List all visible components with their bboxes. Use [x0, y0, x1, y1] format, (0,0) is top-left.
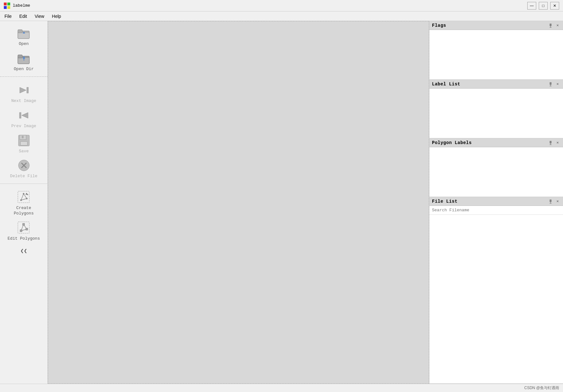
- svg-rect-39: [550, 82, 552, 85]
- file-list-panel: File List ✕: [429, 197, 563, 384]
- file-list-panel-body: [429, 206, 563, 383]
- file-list-panel-title: File List: [432, 199, 457, 204]
- create-polygons-icon: [16, 190, 32, 205]
- title-bar-controls: — □ ✕: [527, 2, 559, 10]
- file-list-panel-header: File List ✕: [429, 197, 563, 206]
- svg-rect-3: [7, 6, 10, 9]
- pin-icon: [548, 141, 553, 145]
- prev-image-label: Prev Image: [11, 124, 36, 129]
- file-list-pin-button[interactable]: [548, 199, 553, 204]
- open-icon: [16, 25, 32, 41]
- pin-icon: [548, 82, 553, 86]
- label-list-panel-body: [429, 89, 563, 138]
- open-dir-button[interactable]: Open Dir: [5, 49, 43, 74]
- svg-rect-33: [20, 230, 22, 232]
- toolbar-section-draw: Create Polygons Edit Polygons: [0, 185, 48, 243]
- open-dir-icon: [16, 51, 32, 66]
- svg-rect-36: [550, 24, 552, 26]
- svg-rect-16: [19, 113, 21, 118]
- prev-image-button[interactable]: Prev Image: [5, 106, 43, 131]
- status-bar: CSDN @鱼与钉遇雨: [0, 384, 563, 392]
- next-image-icon: [16, 83, 32, 98]
- main-layout: Open Open Dir: [0, 21, 563, 384]
- menu-file[interactable]: File: [1, 12, 15, 20]
- flags-pin-button[interactable]: [548, 23, 553, 28]
- delete-file-label: Delete File: [10, 174, 38, 179]
- svg-rect-34: [23, 223, 25, 225]
- minimize-button[interactable]: —: [527, 2, 536, 10]
- menu-view[interactable]: View: [32, 12, 48, 20]
- edit-polygons-button[interactable]: Edit Polygons: [5, 218, 43, 243]
- label-list-panel: Label List ✕: [429, 80, 563, 138]
- svg-marker-13: [20, 87, 26, 93]
- label-list-panel-controls: ✕: [548, 81, 560, 87]
- polygon-labels-pin-button[interactable]: [548, 140, 553, 146]
- app-title: labelme: [13, 3, 30, 8]
- edit-polygons-icon: [16, 220, 32, 236]
- file-list-panel-controls: ✕: [548, 199, 560, 204]
- title-bar-left: labelme: [4, 3, 30, 9]
- search-filename-input[interactable]: [429, 206, 563, 215]
- close-button[interactable]: ✕: [550, 2, 559, 10]
- flags-close-button[interactable]: ✕: [555, 23, 560, 28]
- open-button[interactable]: Open: [5, 24, 43, 49]
- svg-point-26: [20, 200, 22, 201]
- save-icon: [16, 133, 32, 148]
- polygon-labels-panel: Polygon Labels ✕: [429, 138, 563, 197]
- flags-panel-title: Flags: [432, 23, 446, 28]
- flags-panel: Flags ✕: [429, 21, 563, 80]
- polygon-labels-panel-title: Polygon Labels: [432, 140, 472, 145]
- menu-edit[interactable]: Edit: [16, 12, 30, 20]
- maximize-button[interactable]: □: [539, 2, 548, 10]
- left-toolbar: Open Open Dir: [0, 21, 48, 384]
- svg-rect-20: [22, 136, 24, 138]
- menu-bar: File Edit View Help: [0, 11, 563, 21]
- save-button[interactable]: Save: [5, 131, 43, 156]
- create-polygons-button[interactable]: Create Polygons: [5, 188, 43, 218]
- prev-image-icon: [16, 108, 32, 123]
- labelme-app-icon: [4, 3, 10, 9]
- svg-point-27: [23, 193, 24, 195]
- svg-point-28: [26, 198, 27, 200]
- more-tools-button[interactable]: ❮❮: [20, 247, 27, 254]
- svg-marker-15: [22, 113, 28, 118]
- svg-rect-2: [4, 6, 7, 9]
- polygon-labels-close-button[interactable]: ✕: [555, 140, 560, 146]
- flags-panel-header: Flags ✕: [429, 21, 563, 30]
- menu-help[interactable]: Help: [49, 12, 64, 20]
- svg-rect-35: [26, 228, 28, 230]
- toolbar-section-files: Open Open Dir: [0, 24, 48, 77]
- svg-rect-19: [20, 142, 27, 145]
- right-panels: Flags ✕ Label List: [429, 21, 563, 384]
- label-list-close-button[interactable]: ✕: [555, 81, 560, 87]
- more-tools-icon: ❮❮: [20, 248, 27, 254]
- svg-rect-14: [27, 87, 28, 93]
- svg-rect-42: [550, 141, 552, 143]
- edit-polygons-label: Edit Polygons: [8, 236, 40, 242]
- next-image-button[interactable]: Next Image: [5, 81, 43, 106]
- delete-file-button[interactable]: Delete File: [5, 156, 43, 181]
- file-list-items: [429, 215, 563, 383]
- svg-rect-6: [18, 30, 22, 33]
- open-dir-label: Open Dir: [14, 67, 33, 72]
- label-list-panel-header: Label List ✕: [429, 80, 563, 89]
- polygon-labels-panel-controls: ✕: [548, 140, 560, 146]
- svg-rect-10: [18, 55, 22, 58]
- open-label: Open: [19, 41, 29, 47]
- create-polygons-label: Create Polygons: [7, 206, 40, 216]
- svg-rect-45: [550, 200, 552, 202]
- file-list-close-button[interactable]: ✕: [555, 199, 560, 204]
- polygon-labels-panel-body: [429, 147, 563, 197]
- flags-panel-controls: ✕: [548, 23, 560, 28]
- title-bar: labelme — □ ✕: [0, 0, 563, 11]
- svg-rect-0: [4, 3, 7, 5]
- label-list-panel-title: Label List: [432, 82, 460, 87]
- label-list-pin-button[interactable]: [548, 81, 553, 87]
- pin-icon: [548, 199, 553, 204]
- flags-panel-body: [429, 30, 563, 79]
- save-label: Save: [19, 149, 29, 154]
- delete-file-icon: [16, 158, 32, 173]
- svg-rect-24: [18, 191, 29, 203]
- svg-rect-1: [7, 3, 10, 5]
- polygon-labels-panel-header: Polygon Labels ✕: [429, 138, 563, 147]
